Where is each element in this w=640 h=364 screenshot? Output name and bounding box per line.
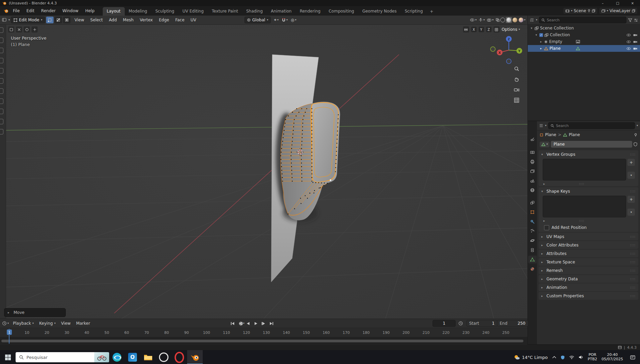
- mirror-y-button[interactable]: Y: [479, 27, 484, 32]
- snap-magnet-icon[interactable]: ▾: [282, 18, 288, 22]
- taskbar-search-input[interactable]: Pesquisar: [16, 352, 109, 362]
- minimize-button[interactable]: –: [595, 0, 610, 6]
- panel-remesh[interactable]: ▸Remesh::::: [539, 266, 638, 274]
- blender-menu-logo-icon[interactable]: [3, 8, 9, 13]
- panel-grip-icon[interactable]: ::::: [630, 235, 636, 238]
- overlays-toggle-icon[interactable]: ▾: [487, 18, 494, 22]
- pin-icon[interactable]: [587, 9, 591, 13]
- viewport-menu-add[interactable]: Add: [106, 17, 120, 23]
- new-scene-icon[interactable]: [592, 9, 595, 13]
- close-button[interactable]: ×: [625, 0, 640, 6]
- gizmos-toggle-icon[interactable]: ▾: [479, 18, 485, 22]
- pin-icon[interactable]: [634, 133, 637, 137]
- timeline-menu-playback[interactable]: Playback▾: [10, 320, 37, 326]
- search-highlight-thumbnail[interactable]: [94, 352, 109, 362]
- pan-hand-icon[interactable]: [513, 75, 521, 83]
- workspace-tab-geometry-nodes[interactable]: Geometry Nodes: [358, 7, 401, 16]
- toggle-ortho-icon[interactable]: [513, 96, 521, 104]
- outliner-display-mode-caret[interactable]: ▾: [536, 19, 537, 21]
- camera-icon[interactable]: [633, 40, 637, 43]
- panel-texture-space[interactable]: ▸Texture Space::::: [539, 258, 638, 266]
- snap-settings-icon[interactable]: [494, 26, 500, 33]
- breadcrumb-object[interactable]: Plane: [545, 132, 556, 137]
- vertex-groups-list[interactable]: [543, 159, 626, 180]
- workspace-tab-compositing[interactable]: Compositing: [324, 7, 358, 16]
- 3d-scene[interactable]: [6, 25, 527, 319]
- panel-grip-icon[interactable]: ::::: [630, 269, 636, 272]
- shield-icon[interactable]: [561, 355, 565, 360]
- viewport-menu-edge[interactable]: Edge: [156, 17, 172, 23]
- viewport-menu-uv[interactable]: UV: [187, 17, 199, 23]
- shading-wireframe-icon[interactable]: [500, 17, 506, 23]
- filter-funnel-icon[interactable]: [628, 18, 632, 22]
- properties-tab-constraints[interactable]: [528, 246, 537, 254]
- mirror-x-button[interactable]: X: [471, 27, 477, 32]
- timeline-editor-caret[interactable]: ▾: [7, 322, 9, 325]
- viewlayer-selector[interactable]: ▾ ViewLayer: [599, 8, 637, 14]
- toolbar-tool-icon[interactable]: [0, 129, 3, 134]
- mirror-z-button[interactable]: Z: [486, 27, 492, 32]
- resize-grip-icon[interactable]: ::::: [579, 182, 584, 186]
- workspace-tab-modeling[interactable]: Modeling: [125, 7, 152, 16]
- panel-grip-icon[interactable]: ::::: [630, 260, 636, 264]
- panel-grip-icon[interactable]: ::::: [630, 243, 636, 247]
- jump-to-start-icon[interactable]: [229, 321, 236, 326]
- start-button[interactable]: [0, 350, 16, 364]
- viewport-menu-select[interactable]: Select: [87, 17, 106, 23]
- expander-icon[interactable]: ▸: [539, 47, 543, 50]
- add-workspace-button[interactable]: +: [427, 7, 436, 16]
- frame-start-field[interactable]: Start1: [466, 320, 497, 327]
- pivot-point-selector[interactable]: ⌖▾: [274, 17, 278, 23]
- timeline-menu-keying[interactable]: Keying▾: [37, 320, 58, 326]
- tool-settings-icon[interactable]: [24, 26, 30, 33]
- expander-icon[interactable]: ▾: [535, 33, 538, 37]
- navigation-gizmo[interactable]: Z Y X: [488, 33, 522, 67]
- weather-widget[interactable]: 14°C Limpo: [513, 354, 548, 360]
- next-keyframe-icon[interactable]: [260, 321, 267, 326]
- panel-grip-icon[interactable]: ::::: [630, 286, 636, 289]
- resize-grip-icon[interactable]: ::::: [579, 219, 584, 222]
- workspace-tab-layout[interactable]: Layout: [103, 7, 125, 16]
- properties-search-input[interactable]: Search: [548, 122, 635, 129]
- frame-end-field[interactable]: End250: [497, 320, 528, 327]
- zoom-icon[interactable]: [513, 65, 521, 73]
- tool-settings-icon[interactable]: [32, 26, 38, 33]
- toolbar-tool-icon[interactable]: [0, 68, 3, 73]
- wifi-icon[interactable]: [569, 356, 574, 359]
- toolbar-tool-icon[interactable]: [0, 58, 3, 63]
- mesh-data-selector[interactable]: ▾: [540, 142, 549, 147]
- panel-grip-icon[interactable]: ::::: [630, 294, 636, 298]
- eye-icon[interactable]: [626, 34, 631, 37]
- options-dropdown[interactable]: Options▾: [502, 27, 520, 32]
- timeline-scrollbar[interactable]: [1, 340, 523, 342]
- eye-icon[interactable]: [626, 47, 631, 50]
- tool-settings-icon[interactable]: [16, 26, 22, 33]
- shading-options-caret[interactable]: ▾: [524, 19, 525, 21]
- outliner-options-icon[interactable]: [634, 18, 638, 22]
- transform-orientation-selector[interactable]: Global ▾: [244, 17, 271, 23]
- workspace-tab-rendering[interactable]: Rendering: [296, 7, 324, 16]
- panel-grip-icon[interactable]: ::::: [630, 190, 636, 193]
- mode-selector[interactable]: Edit Mode ▾: [11, 17, 45, 23]
- expand-icon[interactable]: ▸: [543, 182, 546, 186]
- toolbar-tool-icon[interactable]: [0, 27, 3, 33]
- properties-tab-view-layer[interactable]: [528, 167, 537, 175]
- toolbar-tool-icon[interactable]: [0, 119, 3, 124]
- use-preview-range-icon[interactable]: [458, 321, 463, 326]
- editor-type-caret[interactable]: ▾: [8, 19, 10, 21]
- timeline-menu-view[interactable]: View: [58, 320, 73, 326]
- outliner-row-empty[interactable]: ▸ Empty: [528, 38, 640, 45]
- outliner-search-input[interactable]: Search: [539, 17, 626, 23]
- mirror-icon[interactable]: [463, 26, 469, 33]
- vertex-group-specials-icon[interactable]: ▾: [627, 172, 635, 179]
- panel-attributes[interactable]: ▸Attributes::::: [539, 250, 638, 257]
- taskbar-app-blender-icon[interactable]: [187, 350, 203, 364]
- menu-render[interactable]: Render: [38, 7, 59, 14]
- add-vertex-group-button[interactable]: +: [627, 159, 635, 166]
- current-frame-field[interactable]: 1: [433, 320, 456, 327]
- properties-tab-material[interactable]: [528, 265, 537, 273]
- shape-key-specials-icon[interactable]: ▾: [627, 209, 635, 216]
- workspace-tab-uv-editing[interactable]: UV Editing: [178, 7, 208, 16]
- menu-window[interactable]: Window: [59, 7, 82, 14]
- vertex-groups-panel-header[interactable]: ▾ Vertex Groups ::::: [539, 150, 638, 158]
